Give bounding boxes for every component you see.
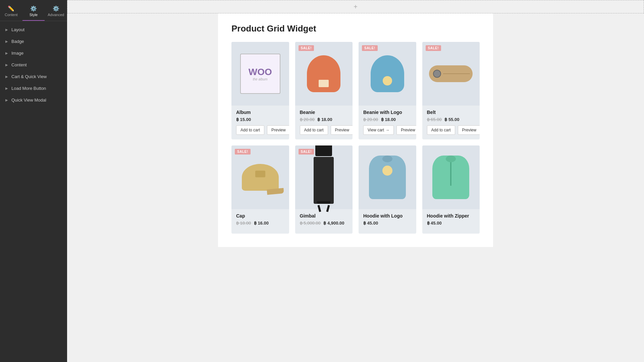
add-to-cart-beanie[interactable]: Add to cart: [300, 125, 328, 135]
preview-beanie[interactable]: Preview: [331, 125, 353, 135]
gimbal-image-container: [314, 145, 334, 212]
product-price-cap: ฿ 18.00 ฿ 16.00: [236, 221, 284, 226]
sidebar-item-badge[interactable]: ▶ Badge: [0, 36, 67, 47]
price-regular-hoodie-logo: ฿ 45.00: [363, 221, 378, 226]
sidebar-item-load-more-label: Load More Button: [11, 86, 46, 91]
view-cart-arrow: →: [385, 128, 389, 132]
product-image-beanie-logo: SALE!: [359, 42, 416, 106]
style-icon: ⚙️: [30, 5, 37, 12]
product-info-hoodie-logo: Hoodie with Logo ฿ 45.00: [359, 209, 416, 234]
product-card-belt: SALE! Belt ฿ 65.00 ฿ 55.00: [422, 42, 480, 139]
preview-beanie-logo[interactable]: Preview: [396, 125, 416, 135]
gimbal-body: [314, 157, 334, 204]
main-content: + Product Grid Widget WOO the album Albu…: [67, 0, 644, 362]
sidebar-item-cart-label: Cart & Quick View: [11, 74, 47, 79]
product-card-beanie: SALE! Beanie ฿ 20.00 ฿ 18.00 Add to cart…: [295, 42, 353, 139]
product-card-beanie-logo: SALE! Beanie with Logo ฿ 20.00 ฿ 18.00 V…: [359, 42, 416, 139]
product-info-cap: Cap ฿ 18.00 ฿ 16.00: [231, 209, 289, 234]
price-sale-cap: ฿ 16.00: [254, 221, 269, 226]
sidebar-item-cart-quick-view[interactable]: ▶ Cart & Quick View: [0, 71, 67, 82]
arrow-icon: ▶: [5, 98, 8, 102]
view-cart-beanie-logo[interactable]: View cart →: [363, 125, 394, 135]
beanie-orange-image: [307, 55, 340, 92]
arrow-icon: ▶: [5, 40, 8, 43]
tab-advanced-label: Advanced: [48, 13, 64, 17]
price-original-belt: ฿ 65.00: [427, 117, 442, 122]
price-regular-album: ฿ 15.00: [236, 117, 251, 122]
price-sale-beanie: ฿ 18.00: [317, 117, 332, 122]
price-original-gimbal: ฿ 5,000.00: [300, 221, 321, 226]
product-name-cap: Cap: [236, 213, 284, 219]
sidebar-navigation: ▶ Layout ▶ Badge ▶ Image ▶ Content ▶ Car…: [0, 21, 67, 362]
belt-image-container: [429, 65, 473, 82]
product-image-hoodie-logo: [359, 145, 416, 209]
product-name-gimbal: Gimbal: [300, 213, 348, 219]
add-section-icon: +: [354, 3, 358, 11]
price-sale-gimbal: ฿ 4,900.00: [323, 221, 344, 226]
product-card-hoodie-zipper: Hoodie with Zipper ฿ 45.00: [422, 145, 480, 234]
product-name-belt: Belt: [427, 110, 475, 115]
sidebar-item-image[interactable]: ▶ Image: [0, 47, 67, 59]
product-info-beanie-logo: Beanie with Logo ฿ 20.00 ฿ 18.00 View ca…: [359, 106, 416, 139]
tab-style-label: Style: [30, 13, 38, 17]
belt-image: [429, 65, 473, 82]
beanie-blue-image: [371, 55, 404, 92]
tab-advanced[interactable]: ⚙️ Advanced: [45, 3, 67, 21]
tab-content[interactable]: ✏️ Content: [0, 3, 22, 21]
cap-image-container: [242, 164, 279, 191]
product-name-album: Album: [236, 110, 284, 115]
sidebar-item-quick-view-modal[interactable]: ▶ Quick View Modal: [0, 94, 67, 106]
sidebar-item-content[interactable]: ▶ Content: [0, 59, 67, 71]
product-info-belt: Belt ฿ 65.00 ฿ 55.00 Add to cart Preview: [422, 106, 480, 139]
album-image-placeholder: WOO the album: [240, 54, 280, 94]
product-card-gimbal: SALE! Gimbal ฿ 5,: [295, 145, 353, 234]
sale-badge-beanie-logo: SALE!: [362, 45, 378, 51]
price-regular-hoodie-zipper: ฿ 45.00: [427, 221, 442, 226]
sidebar-item-layout[interactable]: ▶ Layout: [0, 24, 67, 36]
sale-badge-gimbal: SALE!: [299, 149, 314, 155]
add-to-cart-album[interactable]: Add to cart: [236, 125, 264, 135]
product-price-belt: ฿ 65.00 ฿ 55.00: [427, 117, 475, 122]
product-price-hoodie-zipper: ฿ 45.00: [427, 221, 475, 226]
arrow-icon: ▶: [5, 63, 8, 67]
sidebar: ✏️ Content ⚙️ Style ⚙️ Advanced ▶ Layout…: [0, 0, 67, 362]
product-actions-beanie: Add to cart Preview: [300, 125, 348, 135]
price-original-beanie-logo: ฿ 20.00: [363, 117, 378, 122]
hoodie-logo-container: [369, 156, 406, 199]
price-original-beanie: ฿ 20.00: [300, 117, 315, 122]
arrow-icon: ▶: [5, 75, 8, 78]
arrow-icon: ▶: [5, 51, 8, 55]
sidebar-tabs: ✏️ Content ⚙️ Style ⚙️ Advanced: [0, 0, 67, 21]
product-name-beanie-logo: Beanie with Logo: [363, 110, 412, 115]
product-image-beanie: SALE!: [295, 42, 353, 106]
view-cart-label: View cart: [368, 128, 384, 132]
tab-content-label: Content: [5, 13, 18, 17]
product-price-hoodie-logo: ฿ 45.00: [363, 221, 412, 226]
product-card-hoodie-logo: Hoodie with Logo ฿ 45.00: [359, 145, 416, 234]
gimbal-camera: [315, 145, 332, 156]
widget-area: Product Grid Widget WOO the album Album …: [218, 13, 493, 247]
sale-badge-beanie: SALE!: [299, 45, 314, 51]
product-price-album: ฿ 15.00: [236, 117, 284, 122]
sidebar-item-content-label: Content: [11, 62, 27, 67]
preview-album[interactable]: Preview: [267, 125, 289, 135]
widget-title: Product Grid Widget: [231, 23, 480, 34]
tab-style[interactable]: ⚙️ Style: [22, 3, 45, 21]
product-info-hoodie-zipper: Hoodie with Zipper ฿ 45.00: [422, 209, 480, 234]
product-image-hoodie-zipper: [422, 145, 480, 209]
sidebar-item-load-more[interactable]: ▶ Load More Button: [0, 82, 67, 94]
sidebar-item-layout-label: Layout: [11, 27, 24, 32]
preview-belt[interactable]: Preview: [458, 125, 480, 135]
product-image-album: WOO the album: [231, 42, 289, 106]
product-price-beanie: ฿ 20.00 ฿ 18.00: [300, 117, 348, 122]
hoodie-green-image: [432, 156, 469, 199]
product-image-belt: SALE!: [422, 42, 480, 106]
add-section-bar[interactable]: +: [67, 0, 644, 13]
product-price-beanie-logo: ฿ 20.00 ฿ 18.00: [363, 117, 412, 122]
advanced-icon: ⚙️: [53, 5, 59, 12]
product-name-hoodie-zipper: Hoodie with Zipper: [427, 213, 475, 219]
add-to-cart-belt[interactable]: Add to cart: [427, 125, 455, 135]
product-actions-beanie-logo: View cart → Preview: [363, 125, 412, 135]
sale-badge-belt: SALE!: [426, 45, 441, 51]
sidebar-item-badge-label: Badge: [11, 39, 24, 44]
